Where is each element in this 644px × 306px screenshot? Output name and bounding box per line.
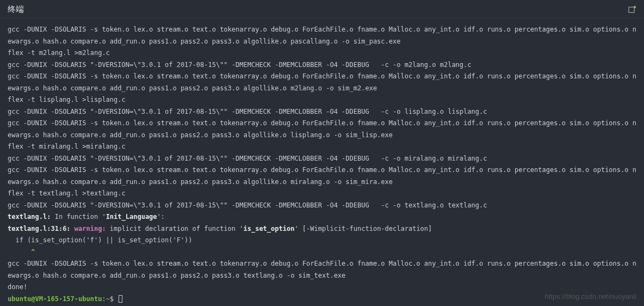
terminal-line: gcc -DUNIX -DSOLARIS "-DVERSION=\"3.0.1 … [8, 106, 636, 118]
svg-point-1 [634, 5, 636, 8]
terminal-text-segment: ^ [31, 248, 35, 256]
terminal-text-segment: gcc -DUNIX -DSOLARIS "-DVERSION=\"3.0.1 … [8, 201, 487, 209]
terminal-line: gcc -DUNIX -DSOLARIS "-DVERSION=\"3.0.1 … [8, 59, 636, 71]
terminal-text-segment: flex -t miralang.l >miralang.c [8, 143, 126, 150]
terminal-line: done! [8, 281, 636, 293]
terminal-text-segment: textlang.l:31:6: [8, 225, 75, 232]
terminal-text-segment: flex -t lisplang.l >lisplang.c [8, 96, 126, 103]
terminal-line: textlang.l: In function 'Init_Language': [8, 211, 636, 223]
prompt-user-host: ubuntu@VM-165-157-ubuntu [8, 295, 102, 303]
terminal-text-segment: flex -t textlang.l >textlang.c [8, 189, 126, 197]
terminal-text-segment: gcc -DUNIX -DSOLARIS -s token.o lex.o st… [8, 119, 636, 139]
terminal-title-bar: 终端 [0, 0, 644, 19]
terminal-line: if (is_set_option('f') || is_set_option(… [8, 235, 636, 247]
terminal-line: gcc -DUNIX -DSOLARIS -s token.o lex.o st… [8, 118, 636, 141]
prompt-separator: : [102, 295, 106, 303]
terminal-text-segment: gcc -DUNIX -DSOLARIS -s token.o lex.o st… [8, 26, 636, 45]
terminal-text-segment: gcc -DUNIX -DSOLARIS -s token.o lex.o st… [8, 166, 636, 186]
terminal-text-segment: In function ' [51, 213, 106, 221]
terminal-text-segment: gcc -DUNIX -DSOLARIS -s token.o lex.o st… [8, 260, 636, 279]
svg-rect-0 [629, 7, 634, 13]
prompt-symbol: $ [110, 295, 117, 303]
terminal-text-segment: if (is_set_option('f') || is_set_option(… [8, 236, 193, 244]
terminal-prompt-line[interactable]: ubuntu@VM-165-157-ubuntu:~$ [8, 293, 636, 305]
terminal-text-segment: implicit declaration of function ' [106, 225, 244, 232]
terminal-line: gcc -DUNIX -DSOLARIS "-DVERSION=\"3.0.1 … [8, 153, 636, 165]
terminal-text-segment: gcc -DUNIX -DSOLARIS -s token.o lex.o st… [8, 72, 636, 92]
terminal-text-segment: warning: [75, 225, 106, 232]
terminal-text-segment [8, 248, 31, 256]
watermark-text: https://blog.csdn.net/nuoyanli [545, 292, 636, 301]
terminal-line: gcc -DUNIX -DSOLARIS -s token.o lex.o st… [8, 164, 636, 188]
terminal-cursor [119, 295, 122, 303]
terminal-line: flex -t textlang.l >textlang.c [8, 188, 636, 200]
terminal-line: gcc -DUNIX -DSOLARIS -s token.o lex.o st… [8, 258, 636, 281]
prompt-path: ~ [106, 295, 110, 303]
terminal-text-segment: gcc -DUNIX -DSOLARIS "-DVERSION=\"3.0.1 … [8, 155, 487, 162]
terminal-line: gcc -DUNIX -DSOLARIS -s token.o lex.o st… [8, 71, 636, 94]
terminal-text-segment: ': [157, 213, 165, 221]
terminal-line: gcc -DUNIX -DSOLARIS "-DVERSION=\"3.0.1 … [8, 200, 636, 212]
terminal-text-segment: textlang.l: [8, 213, 51, 221]
terminal-text-segment: gcc -DUNIX -DSOLARIS "-DVERSION=\"3.0.1 … [8, 61, 472, 69]
terminal-text-segment: gcc -DUNIX -DSOLARIS "-DVERSION=\"3.0.1 … [8, 108, 487, 115]
terminal-text-segment: flex -t m2lang.l >m2lang.c [8, 49, 110, 57]
terminal-line: flex -t lisplang.l >lisplang.c [8, 94, 636, 106]
terminal-text-segment: Init_Language [106, 213, 157, 221]
terminal-text-segment: ' [-Wimplicit-function-declaration] [294, 225, 432, 232]
terminal-line: ^ [8, 247, 636, 259]
terminal-line: textlang.l:31:6: warning: implicit decla… [8, 223, 636, 235]
terminal-text-segment: is_set_option [244, 225, 295, 232]
terminal-line: gcc -DUNIX -DSOLARIS -s token.o lex.o st… [8, 24, 636, 47]
terminal-text-segment: done! [8, 283, 27, 291]
terminal-output[interactable]: gcc -DUNIX -DSOLARIS -s token.o lex.o st… [0, 19, 644, 305]
terminal-title: 终端 [8, 4, 24, 15]
terminal-line: flex -t miralang.l >miralang.c [8, 141, 636, 153]
maximize-icon[interactable] [628, 5, 636, 14]
terminal-line: flex -t m2lang.l >m2lang.c [8, 47, 636, 59]
